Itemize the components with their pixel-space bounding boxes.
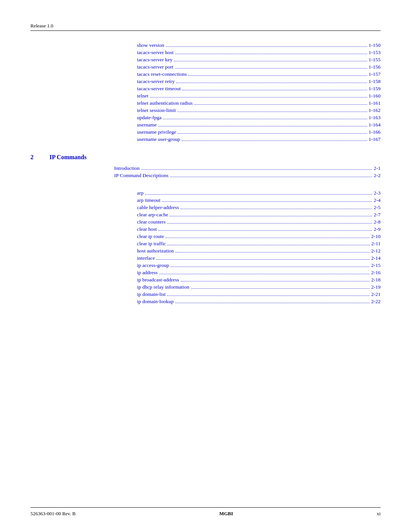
- toc-entry-text: tacacs-server key: [137, 57, 172, 63]
- toc-section-ch2-level2: Introduction2-1IP Command Descriptions2-…: [30, 165, 381, 179]
- toc-entry: Introduction2-1: [114, 165, 381, 171]
- toc-entry-dots: [175, 68, 367, 69]
- chapter2-title: IP Commands: [49, 154, 86, 161]
- toc-entry: interface2-14: [137, 255, 381, 261]
- toc-entry-text: clear arp-cache: [137, 212, 168, 218]
- toc-entry-dots: [141, 169, 372, 170]
- header-rule: [30, 30, 381, 31]
- toc-entry-text: tacacs reset-connections: [137, 71, 187, 77]
- toc-entry: ip access-group2-15: [137, 262, 381, 268]
- toc-entry-text: clear ip traffic: [137, 241, 166, 247]
- toc-entry: ip domain-list2-21: [137, 291, 381, 297]
- toc-entry-dots: [166, 46, 367, 47]
- toc-entry-dots: [167, 296, 370, 296]
- toc-entry-text: telnet authentication radius: [137, 100, 193, 106]
- toc-entry-page: 1-157: [369, 71, 381, 77]
- toc-entry: clear host2-9: [137, 226, 381, 232]
- toc-entry: show version1-150: [137, 42, 381, 48]
- toc-entry-text: ip broadcast-address: [137, 277, 179, 283]
- toc-entry: update-fpga1-163: [137, 115, 381, 121]
- toc-entry-dots: [175, 303, 370, 303]
- toc-entry-dots: [163, 119, 367, 119]
- toc-entry-text: clear host: [137, 226, 157, 232]
- toc-entry-dots: [182, 90, 367, 90]
- toc-entry-page: 1-163: [369, 115, 381, 121]
- toc-entry-page: 1-160: [369, 93, 381, 99]
- footer: 526363-001-00 Rev. B MGBI xi: [30, 507, 381, 517]
- toc-entry: tacacs-server key1-155: [137, 57, 381, 63]
- toc-entry-text: ip domain-list: [137, 291, 166, 297]
- toc-entry-text: username: [137, 122, 157, 128]
- toc-entry: ip broadcast-address2-18: [137, 277, 381, 283]
- toc-entry-text: telnet session-limit: [137, 107, 176, 113]
- toc-entry-dots: [170, 267, 370, 267]
- toc-entry-text: Introduction: [114, 165, 140, 171]
- toc-entry-dots: [167, 223, 372, 224]
- toc-entry-dots: [182, 141, 367, 141]
- toc-entry: telnet authentication radius1-161: [137, 100, 381, 106]
- toc-entry-page: 1-156: [369, 64, 381, 70]
- toc-entry-page: 1-159: [369, 86, 381, 92]
- toc-entry: host authorization2-12: [137, 248, 381, 254]
- toc-entry-dots: [158, 126, 367, 126]
- toc-entry-page: 1-164: [369, 122, 381, 128]
- toc-entry-dots: [162, 201, 372, 202]
- toc-entry: clear counters2-8: [137, 219, 381, 225]
- toc-entry-page: 1-167: [369, 136, 381, 142]
- toc-entry-page: 2-7: [374, 212, 381, 218]
- toc-entry: IP Command Descriptions2-2: [114, 173, 381, 179]
- toc-entry-text: host authorization: [137, 248, 174, 254]
- footer-center: MGBI: [219, 511, 233, 517]
- toc-entry-text: tacacs-server host: [137, 50, 174, 56]
- toc-entry-page: 2-4: [374, 197, 381, 203]
- page-container: Release 1.0 show version1-150tacacs-serv…: [0, 0, 411, 532]
- toc-entry-text: show version: [137, 42, 164, 48]
- chapter2-heading: 2 IP Commands: [30, 154, 381, 161]
- toc-entry-page: 2-5: [374, 204, 381, 211]
- toc-entry-dots: [145, 194, 372, 195]
- toc-entry: arp2-3: [137, 190, 381, 196]
- toc-entry-page: 2-22: [371, 299, 381, 305]
- toc-entry-dots: [177, 112, 367, 112]
- toc-entry-dots: [178, 133, 367, 134]
- toc-entry-page: 2-14: [371, 255, 381, 261]
- toc-entry-dots: [175, 252, 370, 252]
- toc-entry-dots: [194, 104, 367, 105]
- toc-entry-page: 2-9: [374, 226, 381, 232]
- toc-entry: telnet session-limit1-162: [137, 107, 381, 113]
- toc-entry-text: clear counters: [137, 219, 166, 225]
- toc-entry-text: username user-group: [137, 136, 180, 142]
- toc-entry-text: clear ip route: [137, 233, 164, 240]
- footer-right: xi: [377, 511, 381, 517]
- toc-entry-page: 2-18: [371, 277, 381, 283]
- toc-entry-text: ip dhcp relay information: [137, 284, 190, 290]
- toc-entry-dots: [158, 230, 372, 231]
- toc-entry-page: 2-21: [371, 291, 381, 297]
- toc-entry-text: tacacs-server retry: [137, 78, 175, 85]
- toc-entry-page: 1-166: [369, 129, 381, 135]
- toc-entry-dots: [166, 238, 370, 238]
- toc-entry-text: arp timeout: [137, 197, 161, 203]
- toc-entry-page: 2-11: [371, 241, 381, 247]
- toc-entry-text: tacacs-server port: [137, 64, 174, 70]
- toc-entry-dots: [174, 61, 367, 61]
- toc-entry-page: 1-153: [369, 50, 381, 56]
- toc-entry-dots: [191, 288, 370, 289]
- toc-entry-page: 2-2: [374, 173, 381, 179]
- footer-left: 526363-001-00 Rev. B: [30, 511, 76, 517]
- toc-entry: tacacs-server timeout1-159: [137, 86, 381, 92]
- toc-entry-dots: [175, 54, 367, 54]
- toc-entry: clear ip route2-10: [137, 233, 381, 240]
- toc-entry-dots: [170, 216, 372, 216]
- toc-entry: cable helper-address2-5: [137, 204, 381, 211]
- toc-entry: tacacs-server port1-156: [137, 64, 381, 70]
- toc-entry-page: 2-16: [371, 270, 381, 276]
- toc-entry: clear arp-cache2-7: [137, 212, 381, 218]
- toc-entry-page: 2-1: [374, 165, 381, 171]
- toc-entry-text: telnet: [137, 93, 148, 99]
- toc-entry: ip address2-16: [137, 270, 381, 276]
- toc-entry: username1-164: [137, 122, 381, 128]
- toc-entry-page: 1-161: [369, 100, 381, 106]
- toc-entry: ip domain-lookup2-22: [137, 299, 381, 305]
- toc-entry: tacacs reset-connections1-157: [137, 71, 381, 77]
